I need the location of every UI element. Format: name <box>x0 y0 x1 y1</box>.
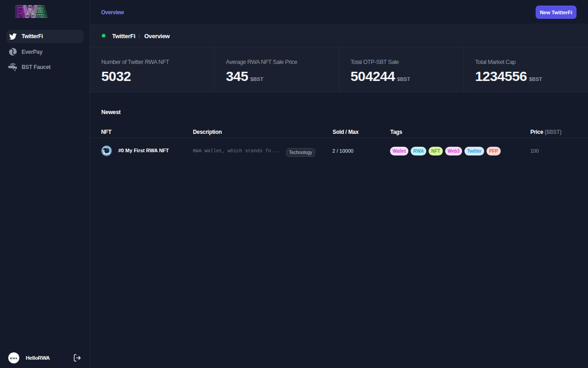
svg-text:A: A <box>38 5 48 18</box>
